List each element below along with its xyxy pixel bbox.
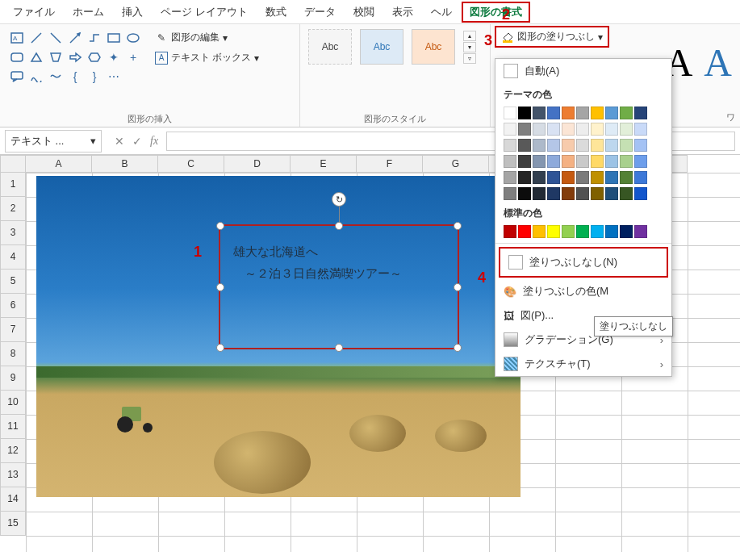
accept-formula-icon[interactable]: ✓ bbox=[129, 133, 145, 149]
menu-review[interactable]: 校閲 bbox=[345, 2, 383, 23]
color-swatch[interactable] bbox=[518, 139, 531, 152]
color-swatch[interactable] bbox=[562, 123, 575, 136]
color-swatch[interactable] bbox=[591, 225, 604, 238]
color-swatch[interactable] bbox=[620, 139, 633, 152]
color-swatch[interactable] bbox=[562, 187, 575, 200]
name-box[interactable]: テキスト ... ▾ bbox=[5, 130, 102, 153]
color-swatch[interactable] bbox=[591, 123, 604, 136]
color-swatch[interactable] bbox=[576, 155, 589, 168]
color-swatch[interactable] bbox=[605, 139, 618, 152]
shape-brace-icon[interactable]: { bbox=[66, 68, 84, 86]
shape-connector-icon[interactable] bbox=[86, 29, 103, 47]
shape-arrow-icon[interactable] bbox=[66, 29, 84, 47]
color-swatch[interactable] bbox=[620, 187, 633, 200]
color-swatch[interactable] bbox=[504, 139, 516, 152]
resize-handle[interactable] bbox=[216, 222, 224, 230]
color-swatch[interactable] bbox=[518, 123, 531, 136]
color-swatch[interactable] bbox=[547, 155, 560, 168]
col-header-E[interactable]: E bbox=[291, 155, 357, 173]
shape-star-icon[interactable]: ✦ bbox=[105, 48, 123, 66]
menu-formulas[interactable]: 数式 bbox=[257, 2, 295, 23]
color-swatch[interactable] bbox=[562, 225, 575, 238]
row-header-7[interactable]: 7 bbox=[0, 318, 26, 342]
color-swatch[interactable] bbox=[634, 171, 647, 184]
color-swatch[interactable] bbox=[605, 123, 618, 136]
color-swatch[interactable] bbox=[504, 171, 516, 184]
style-item-1[interactable]: Abc bbox=[308, 29, 352, 65]
color-swatch[interactable] bbox=[518, 107, 531, 119]
resize-handle[interactable] bbox=[335, 222, 343, 230]
color-swatch[interactable] bbox=[504, 225, 516, 238]
row-header-12[interactable]: 12 bbox=[0, 439, 26, 463]
row-header-11[interactable]: 11 bbox=[0, 415, 26, 439]
col-header-G[interactable]: G bbox=[423, 155, 489, 173]
color-swatch[interactable] bbox=[591, 155, 604, 168]
color-swatch[interactable] bbox=[518, 171, 531, 184]
color-swatch[interactable] bbox=[591, 187, 604, 200]
row-header-13[interactable]: 13 bbox=[0, 463, 26, 487]
row-header-5[interactable]: 5 bbox=[0, 270, 26, 294]
row-header-10[interactable]: 10 bbox=[0, 391, 26, 415]
fill-auto-item[interactable]: 自動(A) bbox=[495, 59, 671, 83]
color-swatch[interactable] bbox=[605, 225, 618, 238]
color-swatch[interactable] bbox=[634, 155, 647, 168]
color-swatch[interactable] bbox=[533, 187, 546, 200]
row-header-15[interactable]: 15 bbox=[0, 512, 26, 536]
style-item-3[interactable]: Abc bbox=[412, 29, 455, 65]
row-header-9[interactable]: 9 bbox=[0, 366, 26, 391]
color-swatch[interactable] bbox=[533, 123, 546, 136]
color-swatch[interactable] bbox=[605, 107, 618, 119]
shape-line-icon[interactable] bbox=[27, 29, 45, 47]
shape-style-gallery[interactable]: Abc Abc Abc ▴ ▾ ▿ bbox=[308, 29, 482, 65]
color-swatch[interactable] bbox=[504, 187, 516, 200]
color-swatch[interactable] bbox=[576, 225, 589, 238]
color-swatch[interactable] bbox=[620, 155, 633, 168]
selected-text-shape[interactable]: ↻ 雄大な北海道へ ～２泊３日自然満喫ツアー～ bbox=[219, 224, 459, 349]
embedded-picture[interactable]: ↻ 雄大な北海道へ ～２泊３日自然満喫ツアー～ bbox=[36, 176, 521, 497]
row-header-6[interactable]: 6 bbox=[0, 294, 26, 318]
fx-icon[interactable]: fx bbox=[147, 133, 161, 149]
color-swatch[interactable] bbox=[562, 171, 575, 184]
row-header-8[interactable]: 8 bbox=[0, 342, 26, 366]
resize-handle[interactable] bbox=[454, 222, 462, 230]
wordart-style-2[interactable]: A bbox=[704, 40, 732, 85]
resize-handle[interactable] bbox=[216, 283, 224, 291]
color-swatch[interactable] bbox=[620, 225, 633, 238]
menu-file[interactable]: ファイル bbox=[5, 2, 63, 23]
color-swatch[interactable] bbox=[605, 187, 618, 200]
shape-free-icon[interactable] bbox=[47, 68, 65, 86]
col-header-C[interactable]: C bbox=[158, 155, 224, 173]
menu-shape-format[interactable]: 図形の書式 bbox=[462, 2, 530, 23]
resize-handle[interactable] bbox=[454, 283, 462, 291]
shape-callout-icon[interactable] bbox=[8, 68, 26, 86]
col-header-D[interactable]: D bbox=[224, 155, 291, 173]
menu-help[interactable]: ヘル bbox=[423, 2, 460, 23]
color-swatch[interactable] bbox=[547, 225, 560, 238]
color-swatch[interactable] bbox=[634, 187, 647, 200]
row-header-1[interactable]: 1 bbox=[0, 173, 26, 197]
shape-plus-icon[interactable]: + bbox=[124, 48, 142, 66]
shape-roundrect-icon[interactable] bbox=[8, 48, 26, 66]
color-swatch[interactable] bbox=[634, 107, 647, 119]
shape-brace2-icon[interactable]: } bbox=[86, 68, 103, 86]
color-swatch[interactable] bbox=[576, 171, 589, 184]
edit-shape-button[interactable]: ✎ 図形の編集 ▾ bbox=[150, 29, 264, 46]
color-swatch[interactable] bbox=[533, 139, 546, 152]
gallery-more-icon[interactable]: ▿ bbox=[463, 53, 476, 64]
color-swatch[interactable] bbox=[562, 155, 575, 168]
color-swatch[interactable] bbox=[634, 123, 647, 136]
color-swatch[interactable] bbox=[547, 107, 560, 119]
color-swatch[interactable] bbox=[533, 155, 546, 168]
color-swatch[interactable] bbox=[504, 155, 516, 168]
shape-line2-icon[interactable] bbox=[47, 29, 65, 47]
menu-page-layout[interactable]: ページ レイアウト bbox=[153, 2, 256, 23]
color-swatch[interactable] bbox=[547, 171, 560, 184]
resize-handle[interactable] bbox=[454, 344, 462, 352]
color-swatch[interactable] bbox=[518, 187, 531, 200]
shape-more-icon[interactable]: ⋯ bbox=[105, 68, 123, 86]
col-header-F[interactable]: F bbox=[357, 155, 423, 173]
color-swatch[interactable] bbox=[591, 107, 604, 119]
color-swatch[interactable] bbox=[533, 171, 546, 184]
shape-fill-button[interactable]: 図形の塗りつぶし ▾ bbox=[495, 26, 609, 48]
row-header-3[interactable]: 3 bbox=[0, 221, 26, 245]
